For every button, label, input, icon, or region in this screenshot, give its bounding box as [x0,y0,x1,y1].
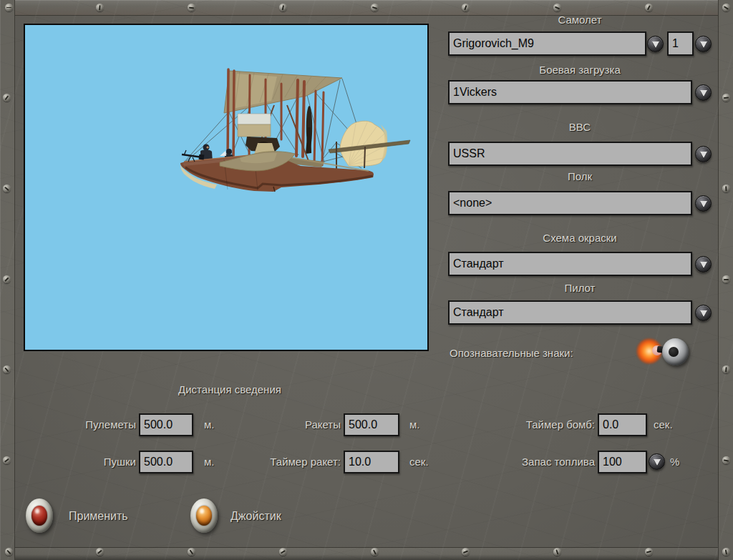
apply-button-light-icon [31,506,47,526]
chevron-down-icon [700,41,707,48]
bomb-timer-unit: сек. [654,418,673,431]
apply-label[interactable]: Применить [69,510,128,523]
airforce-label: ВВС [448,121,712,133]
pilot-label: Пилот [448,282,712,294]
regiment-label: Полк [448,170,712,182]
rockets-label: Ракеты [233,418,341,431]
screw-slot [5,367,9,371]
joystick-button[interactable] [190,498,218,533]
aircraft-count-input[interactable] [667,31,694,56]
paint-scheme-dropdown-button[interactable] [695,256,712,272]
paint-scheme-combobox[interactable]: Стандарт [448,252,692,276]
screw-slot [724,97,729,99]
chevron-down-icon [700,201,707,207]
aircraft-combobox[interactable]: Grigorovich_M9 [448,31,646,56]
screw-slot [4,458,9,463]
screw-icon [462,4,470,11]
rockets-input[interactable] [344,413,399,436]
markings-toggle[interactable] [630,332,693,370]
screw-icon [722,94,730,102]
joystick-button-light-icon [196,506,212,526]
screw-slot [6,7,11,9]
markings-label: Опознавательные знаки: [450,347,573,359]
screw-icon [188,548,195,556]
chevron-down-icon [700,90,707,97]
screw-icon [279,4,287,11]
screw-slot [4,277,9,281]
screw-icon [371,548,379,556]
screw-slot [97,550,102,554]
aircraft-count-dropdown-button[interactable] [695,36,712,52]
screw-slot [5,95,9,100]
screw-icon [553,4,561,11]
aircraft-dropdown-button[interactable] [647,36,664,52]
cannons-label: Пушки [29,456,136,468]
screw-slot [724,279,729,280]
loadout-dropdown-button[interactable] [695,84,712,101]
pilot-combobox[interactable]: Стандарт [448,300,692,325]
screw-icon [553,548,561,556]
screw-slot [99,5,100,10]
chevron-down-icon [654,459,661,466]
apply-button[interactable] [26,498,53,533]
airforce-combobox[interactable]: USSR [448,142,692,166]
aircraft-image [25,25,427,350]
screw-icon [3,365,11,373]
screw-slot [4,187,9,191]
screw-icon [462,548,470,556]
screw-slot [555,6,560,9]
screw-slot [189,6,194,9]
screw-icon [722,275,730,283]
screw-icon [722,365,730,373]
fuel-dropdown-button[interactable] [649,453,665,470]
toggle-hub [669,347,679,357]
fuel-unit: % [670,456,679,468]
screw-icon [5,548,13,556]
screw-icon [188,4,195,11]
screw-slot [6,549,11,554]
screw-slot [463,550,468,553]
screw-slot [372,6,377,9]
screw-slot [556,549,559,554]
bomb-timer-input[interactable] [598,413,647,436]
screw-slot [724,459,729,461]
rocket-timer-input[interactable] [344,451,399,473]
rocket-timer-label: Таймер ракет: [233,456,341,468]
fuel-input[interactable] [598,451,647,473]
screw-icon [722,185,730,192]
aircraft-preview-panel [24,24,429,351]
machineguns-unit: м. [204,418,214,431]
screw-slot [646,551,651,553]
screw-icon [722,4,730,11]
aircraft-label: Самолет [448,14,712,26]
regiment-combobox[interactable]: <none> [448,191,692,215]
chevron-down-icon [700,152,707,158]
bomb-timer-label: Таймер бомб: [487,418,595,431]
frame-edge-bottom [0,547,733,560]
screw-icon [371,4,379,11]
screw-slot [647,5,651,10]
pilot-dropdown-button[interactable] [695,305,712,321]
screw-slot [282,5,284,10]
chevron-down-icon [700,310,707,317]
screw-slot [373,549,377,554]
rocket-timer-unit: сек. [409,456,429,468]
paint-scheme-label: Схема окраски [448,232,712,244]
screw-slot [724,6,729,9]
machineguns-input[interactable] [139,413,193,436]
fuel-label: Запас топлива [487,456,595,468]
chevron-down-icon [652,41,659,48]
loadout-combobox[interactable]: 1Vickers [448,80,692,104]
cannons-input[interactable] [139,451,193,473]
screw-slot [281,550,286,554]
machineguns-label: Пулеметы [29,418,136,431]
screw-icon [3,94,11,102]
screw-slot [190,549,193,554]
regiment-dropdown-button[interactable] [695,195,712,212]
highlight [35,509,39,514]
screw-icon [96,548,104,556]
airforce-dropdown-button[interactable] [695,146,712,162]
screw-slot [725,367,727,372]
screw-slot [725,186,727,191]
joystick-label[interactable]: Джойстик [230,510,281,523]
